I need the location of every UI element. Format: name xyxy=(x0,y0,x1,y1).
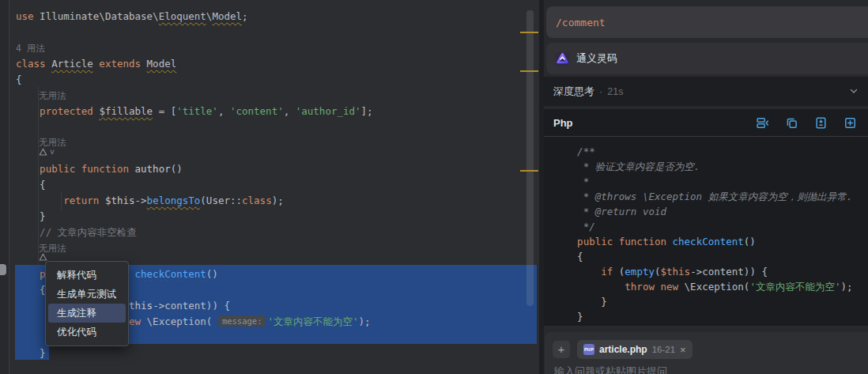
code-line: { xyxy=(16,284,46,297)
warning-stripe-mark[interactable] xyxy=(520,32,538,33)
copy-icon[interactable] xyxy=(785,116,798,130)
context-chip-row: + PHP article.php 16-21 × xyxy=(545,332,868,359)
generated-code-line: /** xyxy=(553,144,868,159)
context-file-name: article.php xyxy=(599,344,647,355)
context-line-range: 16-21 xyxy=(652,345,675,354)
menu-item-3[interactable]: 优化代码 xyxy=(48,323,126,342)
generated-code-line: } xyxy=(553,294,868,309)
warning-stripe-mark[interactable] xyxy=(520,170,538,172)
editor-scrollbar[interactable] xyxy=(526,10,534,306)
lingma-codelens-icon[interactable] xyxy=(39,253,47,262)
chevron-down-icon[interactable] xyxy=(849,85,859,99)
new-file-icon[interactable] xyxy=(843,116,857,130)
generated-code: /** * 验证文章内容是否为空. * * @throws \Exception… xyxy=(544,137,868,324)
code-line: { xyxy=(16,179,46,191)
input-placeholder: 输入问题或粘贴图片提问 xyxy=(554,365,667,374)
screen: use Illuminate\Database\Eloquent\Model;4… xyxy=(0,0,868,374)
thinking-label: 深度思考 xyxy=(553,85,594,99)
code-line: } xyxy=(16,347,46,360)
code-line: use Illuminate\Database\Eloquent\Model; xyxy=(16,10,248,23)
gutter-marker xyxy=(0,264,6,275)
generated-code-line: * @return void xyxy=(553,204,868,219)
menu-item-0[interactable]: 解释代码 xyxy=(48,266,126,285)
generated-code-line: } xyxy=(553,309,868,324)
code-language-label: Php xyxy=(553,117,573,129)
user-message-bubble: /comment xyxy=(546,6,868,38)
generated-code-line: * xyxy=(553,174,868,189)
code-line: return $this->belongsTo(User::class); xyxy=(16,195,284,207)
lingma-logo-icon xyxy=(555,51,570,66)
warning-stripe-mark[interactable] xyxy=(520,70,538,72)
insert-icon[interactable] xyxy=(756,116,769,130)
apply-diff-icon[interactable] xyxy=(814,116,828,130)
generated-code-line: if (empty($this->content)) { xyxy=(553,264,868,279)
usage-inlay-hint: 4 用法 xyxy=(16,42,45,55)
ai-context-menu: 解释代码生成单元测试生成注释优化代码 xyxy=(45,261,129,346)
generated-code-line: throw new \Exception('文章内容不能为空'); xyxy=(553,279,868,294)
code-line: public function author() xyxy=(16,163,183,176)
code-line: } xyxy=(16,210,46,223)
menu-item-2[interactable]: 生成注释 xyxy=(48,304,126,323)
thinking-separator: · xyxy=(599,85,602,97)
close-icon[interactable]: × xyxy=(680,344,686,356)
generated-code-line: { xyxy=(553,249,868,264)
php-file-icon: PHP xyxy=(583,344,594,355)
generated-code-line: */ xyxy=(553,219,868,234)
user-message-text: /comment xyxy=(556,17,606,28)
thinking-toggle[interactable]: 深度思考 · 21s xyxy=(544,77,868,106)
thinking-duration: 21s xyxy=(607,86,623,97)
usage-inlay-hint: 无用法 xyxy=(39,89,66,102)
code-card-header: Php xyxy=(544,109,868,137)
code-card-actions xyxy=(756,116,857,130)
assistant-header: 通义灵码 xyxy=(546,43,868,74)
assistant-name: 通义灵码 xyxy=(576,51,617,66)
add-context-button[interactable]: + xyxy=(553,341,570,358)
code-line: // 文章内容非空检查 xyxy=(16,226,137,239)
generated-code-line: * @throws \Exception 如果文章内容为空，则抛出异常. xyxy=(553,189,868,204)
generated-code-line: public function checkContent() xyxy=(553,234,868,249)
generated-code-line: * 验证文章内容是否为空. xyxy=(553,159,868,174)
code-line: class Article extends Model xyxy=(16,58,176,70)
chat-input[interactable]: + PHP article.php 16-21 × 输入问题或粘贴图片提问 xyxy=(545,332,868,374)
code-editor[interactable]: use Illuminate\Database\Eloquent\Model;4… xyxy=(0,0,539,374)
assistant-panel: /comment 通义灵码 深度思考 · 21s xyxy=(544,0,868,374)
code-line: { xyxy=(16,74,22,86)
code-card: Php /** * 验证文章内容是否为空. * * @throws \Excep… xyxy=(544,109,868,326)
lingma-codelens-icon[interactable]: ˅ xyxy=(39,148,55,157)
code-line: protected $fillable = ['title', 'content… xyxy=(16,105,373,118)
usage-inlay-hint: 无用法 xyxy=(39,136,66,149)
menu-item-1[interactable]: 生成单元测试 xyxy=(48,285,126,304)
context-chip[interactable]: PHP article.php 16-21 × xyxy=(577,340,693,359)
